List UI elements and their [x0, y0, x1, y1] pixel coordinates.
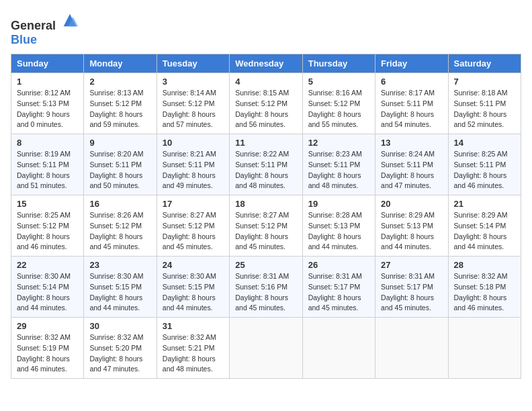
- day-info: Sunrise: 8:18 AM Sunset: 5:11 PM Dayligh…: [454, 88, 515, 130]
- day-cell: 5 Sunrise: 8:16 AM Sunset: 5:12 PM Dayli…: [302, 73, 375, 134]
- day-number: 20: [381, 199, 442, 209]
- day-number: 13: [381, 138, 442, 148]
- day-info: Sunrise: 8:32 AM Sunset: 5:19 PM Dayligh…: [17, 332, 78, 375]
- day-cell: 23 Sunrise: 8:30 AM Sunset: 5:15 PM Dayl…: [84, 257, 157, 318]
- day-info: Sunrise: 8:29 AM Sunset: 5:14 PM Dayligh…: [454, 210, 515, 253]
- day-info: Sunrise: 8:30 AM Sunset: 5:15 PM Dayligh…: [89, 271, 150, 314]
- day-cell: 24 Sunrise: 8:30 AM Sunset: 5:15 PM Dayl…: [157, 257, 229, 318]
- day-info: Sunrise: 8:31 AM Sunset: 5:17 PM Dayligh…: [381, 271, 442, 314]
- col-header-wednesday: Wednesday: [230, 54, 302, 73]
- day-number: 22: [17, 260, 78, 270]
- day-cell: 28 Sunrise: 8:32 AM Sunset: 5:18 PM Dayl…: [448, 257, 521, 318]
- day-info: Sunrise: 8:28 AM Sunset: 5:13 PM Dayligh…: [308, 210, 369, 253]
- day-info: Sunrise: 8:13 AM Sunset: 5:12 PM Dayligh…: [89, 88, 150, 130]
- day-cell: 1 Sunrise: 8:12 AM Sunset: 5:13 PM Dayli…: [11, 73, 84, 134]
- day-info: Sunrise: 8:31 AM Sunset: 5:16 PM Dayligh…: [235, 271, 296, 314]
- day-number: 3: [163, 77, 224, 87]
- day-cell: 25 Sunrise: 8:31 AM Sunset: 5:16 PM Dayl…: [230, 257, 302, 318]
- day-info: Sunrise: 8:14 AM Sunset: 5:12 PM Dayligh…: [163, 88, 224, 130]
- day-number: 2: [89, 77, 150, 87]
- day-info: Sunrise: 8:26 AM Sunset: 5:12 PM Dayligh…: [89, 210, 150, 253]
- day-number: 1: [17, 77, 78, 87]
- day-cell: 12 Sunrise: 8:23 AM Sunset: 5:11 PM Dayl…: [302, 134, 375, 195]
- day-number: 27: [381, 260, 442, 270]
- day-cell: 20 Sunrise: 8:29 AM Sunset: 5:13 PM Dayl…: [375, 195, 448, 257]
- day-cell: 31 Sunrise: 8:32 AM Sunset: 5:21 PM Dayl…: [157, 318, 229, 379]
- day-number: 11: [235, 138, 296, 148]
- day-number: 10: [163, 138, 224, 148]
- header-row: SundayMondayTuesdayWednesdayThursdayFrid…: [11, 54, 521, 73]
- day-info: Sunrise: 8:12 AM Sunset: 5:13 PM Dayligh…: [17, 88, 78, 130]
- col-header-thursday: Thursday: [302, 54, 375, 73]
- day-number: 15: [17, 199, 78, 209]
- day-number: 25: [235, 260, 296, 270]
- day-info: Sunrise: 8:20 AM Sunset: 5:11 PM Dayligh…: [89, 149, 150, 191]
- day-cell: 18 Sunrise: 8:27 AM Sunset: 5:12 PM Dayl…: [230, 195, 302, 257]
- day-cell: 9 Sunrise: 8:20 AM Sunset: 5:11 PM Dayli…: [84, 134, 157, 195]
- day-number: 21: [454, 199, 515, 209]
- day-info: Sunrise: 8:30 AM Sunset: 5:15 PM Dayligh…: [163, 271, 224, 314]
- day-info: Sunrise: 8:15 AM Sunset: 5:12 PM Dayligh…: [235, 88, 296, 130]
- day-number: 30: [89, 321, 150, 331]
- day-number: 24: [163, 260, 224, 270]
- day-cell: 6 Sunrise: 8:17 AM Sunset: 5:11 PM Dayli…: [375, 73, 448, 134]
- day-cell: 19 Sunrise: 8:28 AM Sunset: 5:13 PM Dayl…: [302, 195, 375, 257]
- day-cell: 11 Sunrise: 8:22 AM Sunset: 5:11 PM Dayl…: [230, 134, 302, 195]
- logo-general: General: [11, 19, 56, 32]
- day-info: Sunrise: 8:23 AM Sunset: 5:11 PM Dayligh…: [308, 149, 369, 191]
- day-info: Sunrise: 8:17 AM Sunset: 5:11 PM Dayligh…: [381, 88, 442, 130]
- day-cell: [375, 318, 448, 379]
- day-cell: 27 Sunrise: 8:31 AM Sunset: 5:17 PM Dayl…: [375, 257, 448, 318]
- day-cell: 3 Sunrise: 8:14 AM Sunset: 5:12 PM Dayli…: [157, 73, 229, 134]
- day-cell: [448, 318, 521, 379]
- col-header-monday: Monday: [84, 54, 157, 73]
- logo-icon: [60, 11, 79, 30]
- logo: General Blue: [11, 11, 79, 47]
- day-number: 4: [235, 77, 296, 87]
- day-cell: [302, 318, 375, 379]
- day-cell: 21 Sunrise: 8:29 AM Sunset: 5:14 PM Dayl…: [448, 195, 521, 257]
- week-row-4: 22 Sunrise: 8:30 AM Sunset: 5:14 PM Dayl…: [11, 257, 521, 318]
- day-cell: 10 Sunrise: 8:21 AM Sunset: 5:11 PM Dayl…: [157, 134, 229, 195]
- day-info: Sunrise: 8:22 AM Sunset: 5:11 PM Dayligh…: [235, 149, 296, 191]
- day-number: 31: [163, 321, 224, 331]
- day-info: Sunrise: 8:19 AM Sunset: 5:11 PM Dayligh…: [17, 149, 78, 191]
- logo-text: General Blue: [11, 11, 79, 47]
- day-info: Sunrise: 8:25 AM Sunset: 5:11 PM Dayligh…: [454, 149, 515, 191]
- day-info: Sunrise: 8:27 AM Sunset: 5:12 PM Dayligh…: [235, 210, 296, 253]
- col-header-friday: Friday: [375, 54, 448, 73]
- day-info: Sunrise: 8:25 AM Sunset: 5:12 PM Dayligh…: [17, 210, 78, 253]
- day-info: Sunrise: 8:21 AM Sunset: 5:11 PM Dayligh…: [163, 149, 224, 191]
- calendar-table: SundayMondayTuesdayWednesdayThursdayFrid…: [11, 54, 521, 379]
- col-header-saturday: Saturday: [448, 54, 521, 73]
- day-number: 28: [454, 260, 515, 270]
- day-number: 23: [89, 260, 150, 270]
- header: General Blue: [11, 11, 521, 47]
- day-number: 26: [308, 260, 369, 270]
- week-row-3: 15 Sunrise: 8:25 AM Sunset: 5:12 PM Dayl…: [11, 195, 521, 257]
- day-cell: 30 Sunrise: 8:32 AM Sunset: 5:20 PM Dayl…: [84, 318, 157, 379]
- day-info: Sunrise: 8:16 AM Sunset: 5:12 PM Dayligh…: [308, 88, 369, 130]
- week-row-1: 1 Sunrise: 8:12 AM Sunset: 5:13 PM Dayli…: [11, 73, 521, 134]
- day-cell: [230, 318, 302, 379]
- day-cell: 22 Sunrise: 8:30 AM Sunset: 5:14 PM Dayl…: [11, 257, 84, 318]
- day-cell: 14 Sunrise: 8:25 AM Sunset: 5:11 PM Dayl…: [448, 134, 521, 195]
- day-number: 7: [454, 77, 515, 87]
- day-number: 16: [89, 199, 150, 209]
- day-number: 6: [381, 77, 442, 87]
- day-cell: 17 Sunrise: 8:27 AM Sunset: 5:12 PM Dayl…: [157, 195, 229, 257]
- day-cell: 16 Sunrise: 8:26 AM Sunset: 5:12 PM Dayl…: [84, 195, 157, 257]
- day-info: Sunrise: 8:30 AM Sunset: 5:14 PM Dayligh…: [17, 271, 78, 314]
- day-number: 12: [308, 138, 369, 148]
- col-header-tuesday: Tuesday: [157, 54, 229, 73]
- week-row-5: 29 Sunrise: 8:32 AM Sunset: 5:19 PM Dayl…: [11, 318, 521, 379]
- day-number: 8: [17, 138, 78, 148]
- logo-blue: Blue: [11, 33, 37, 46]
- day-number: 5: [308, 77, 369, 87]
- day-cell: 4 Sunrise: 8:15 AM Sunset: 5:12 PM Dayli…: [230, 73, 302, 134]
- day-number: 19: [308, 199, 369, 209]
- day-info: Sunrise: 8:31 AM Sunset: 5:17 PM Dayligh…: [308, 271, 369, 314]
- day-info: Sunrise: 8:29 AM Sunset: 5:13 PM Dayligh…: [381, 210, 442, 253]
- day-info: Sunrise: 8:32 AM Sunset: 5:18 PM Dayligh…: [454, 271, 515, 314]
- day-number: 29: [17, 321, 78, 331]
